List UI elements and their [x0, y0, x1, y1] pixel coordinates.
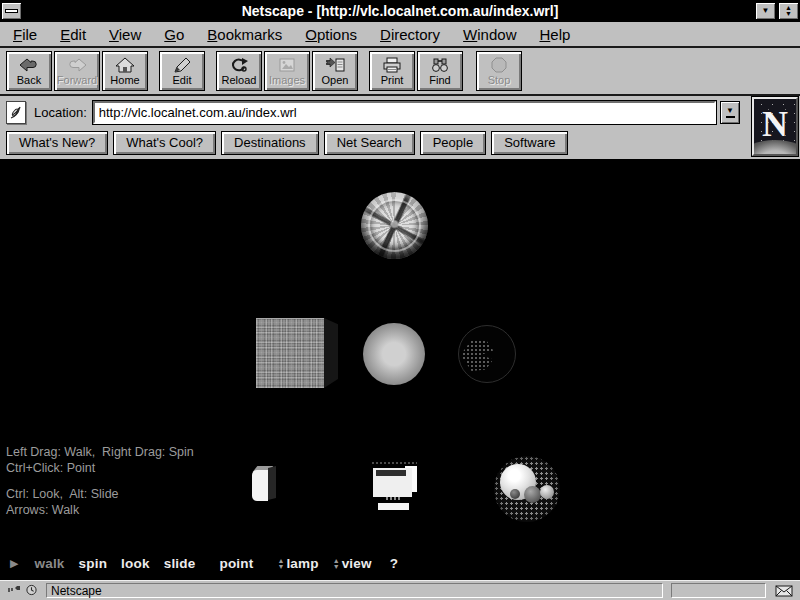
menu-help[interactable]: Help	[532, 24, 577, 45]
help-line-2: Ctrl+Click: Point	[6, 460, 194, 476]
help-line-1: Left Drag: Walk, Right Drag: Spin	[6, 444, 194, 460]
open-page-icon	[324, 57, 346, 73]
net-search-button[interactable]: Net Search	[324, 131, 415, 155]
page-proxy-icon[interactable]	[6, 101, 26, 124]
view-button[interactable]: view	[342, 556, 372, 571]
security-key-icon	[6, 582, 22, 600]
dotted-sphere-object[interactable]	[494, 456, 560, 522]
netscape-window: Netscape - [http://vlc.localnet.com.au/i…	[0, 0, 800, 600]
netscape-n: N	[762, 106, 788, 142]
netscape-logo[interactable]: N	[752, 97, 798, 156]
computer-monitor-object[interactable]	[372, 462, 418, 512]
menu-options[interactable]: Options	[298, 24, 364, 45]
vrml-viewport[interactable]: Left Drag: Walk, Right Drag: Spin Ctrl+C…	[0, 162, 800, 580]
menu-window[interactable]: Window	[456, 24, 523, 45]
clock-icon	[25, 582, 38, 600]
spin-mode-button[interactable]: spin	[79, 556, 108, 571]
textured-cube-object[interactable]	[256, 318, 338, 388]
menu-edit[interactable]: Edit	[53, 24, 93, 45]
walk-mode-button[interactable]: walk	[34, 556, 64, 571]
stop-sign-icon	[488, 57, 510, 73]
lamp-updown-icon[interactable]: ▲▼	[277, 558, 284, 570]
edit-button[interactable]: Edit	[159, 51, 205, 91]
menu-view[interactable]: View	[102, 24, 148, 45]
mail-icon[interactable]	[774, 584, 794, 598]
menu-bar: File Edit View Go Bookmarks Options Dire…	[0, 22, 800, 46]
lamp-button[interactable]: lamp	[286, 556, 318, 571]
help-line-4: Arrows: Walk	[6, 502, 194, 518]
directory-button-bar: What's New? What's Cool? Destinations Ne…	[0, 128, 800, 159]
status-message: Netscape	[46, 583, 663, 598]
main-toolbar: Back Forward Home Edit Reload	[0, 48, 800, 94]
view-updown-icon[interactable]: ▲▼	[333, 558, 340, 570]
gradient-sphere-object[interactable]	[363, 323, 425, 385]
menu-go[interactable]: Go	[157, 24, 191, 45]
printer-icon	[381, 57, 403, 73]
white-box-object[interactable]	[252, 466, 280, 502]
clock-sphere-object[interactable]	[361, 192, 428, 259]
software-button[interactable]: Software	[491, 131, 568, 155]
progress-bar	[671, 583, 766, 598]
help-line-3: Ctrl: Look, Alt: Slide	[6, 486, 194, 502]
destinations-button[interactable]: Destinations	[221, 131, 319, 155]
location-input[interactable]	[93, 101, 716, 124]
chevron-down-icon: ▼	[726, 107, 734, 115]
forward-button[interactable]: Forward	[54, 51, 100, 91]
reload-arrow-icon	[228, 57, 250, 73]
help-button[interactable]: ?	[390, 556, 398, 571]
pencil-icon	[171, 57, 193, 73]
picture-icon	[276, 57, 298, 73]
back-arrow-icon	[18, 57, 40, 73]
status-bar: Netscape	[0, 580, 800, 600]
menu-file[interactable]: File	[6, 24, 44, 45]
house-icon	[114, 57, 136, 73]
people-button[interactable]: People	[420, 131, 486, 155]
reload-button[interactable]: Reload	[216, 51, 262, 91]
menu-bookmarks[interactable]: Bookmarks	[200, 24, 289, 45]
window-title: Netscape - [http://vlc.localnet.com.au/i…	[0, 3, 800, 19]
dark-sphere-object[interactable]	[458, 325, 516, 383]
title-bar: Netscape - [http://vlc.localnet.com.au/i…	[0, 0, 800, 22]
binoculars-icon	[429, 57, 451, 73]
point-mode-button[interactable]: point	[219, 556, 253, 571]
whats-new-button[interactable]: What's New?	[6, 131, 108, 155]
images-button[interactable]: Images	[264, 51, 310, 91]
look-mode-button[interactable]: look	[121, 556, 150, 571]
location-bar: Location: ▼	[0, 96, 800, 128]
forward-arrow-icon	[66, 57, 88, 73]
stop-button[interactable]: Stop	[476, 51, 522, 91]
navigation-help-text: Left Drag: Walk, Right Drag: Spin Ctrl+C…	[6, 444, 194, 518]
open-button[interactable]: Open	[312, 51, 358, 91]
home-button[interactable]: Home	[102, 51, 148, 91]
menu-directory[interactable]: Directory	[373, 24, 447, 45]
live3d-control-bar: ▶ walk spin look slide point ▲▼ lamp ▲▼ …	[10, 556, 412, 571]
find-button[interactable]: Find	[417, 51, 463, 91]
print-button[interactable]: Print	[369, 51, 415, 91]
play-icon[interactable]: ▶	[10, 557, 18, 570]
location-label: Location:	[34, 105, 87, 120]
back-button[interactable]: Back	[6, 51, 52, 91]
slide-mode-button[interactable]: slide	[164, 556, 196, 571]
location-dropdown-button[interactable]: ▼	[720, 101, 740, 124]
whats-cool-button[interactable]: What's Cool?	[113, 131, 216, 155]
